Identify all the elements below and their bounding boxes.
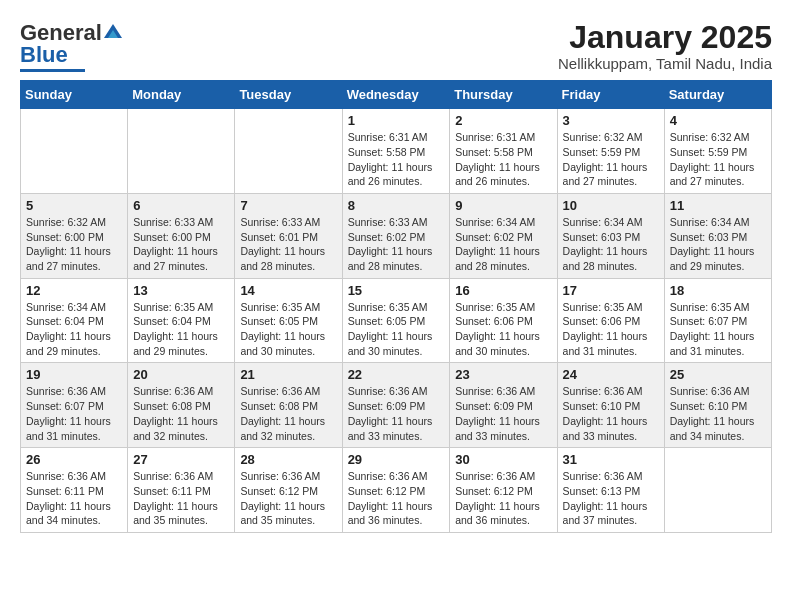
cell-info: Sunrise: 6:34 AM Sunset: 6:02 PM Dayligh… [455, 215, 551, 274]
calendar-cell: 17Sunrise: 6:35 AM Sunset: 6:06 PM Dayli… [557, 278, 664, 363]
weekday-header: Tuesday [235, 81, 342, 109]
calendar-cell: 7Sunrise: 6:33 AM Sunset: 6:01 PM Daylig… [235, 193, 342, 278]
cell-info: Sunrise: 6:36 AM Sunset: 6:13 PM Dayligh… [563, 469, 659, 528]
cell-info: Sunrise: 6:35 AM Sunset: 6:06 PM Dayligh… [455, 300, 551, 359]
day-number: 20 [133, 367, 229, 382]
cell-info: Sunrise: 6:35 AM Sunset: 6:04 PM Dayligh… [133, 300, 229, 359]
calendar-cell: 1Sunrise: 6:31 AM Sunset: 5:58 PM Daylig… [342, 109, 450, 194]
day-number: 28 [240, 452, 336, 467]
cell-info: Sunrise: 6:33 AM Sunset: 6:02 PM Dayligh… [348, 215, 445, 274]
weekday-header: Sunday [21, 81, 128, 109]
calendar-cell: 8Sunrise: 6:33 AM Sunset: 6:02 PM Daylig… [342, 193, 450, 278]
calendar-cell: 9Sunrise: 6:34 AM Sunset: 6:02 PM Daylig… [450, 193, 557, 278]
cell-info: Sunrise: 6:36 AM Sunset: 6:11 PM Dayligh… [26, 469, 122, 528]
cell-info: Sunrise: 6:31 AM Sunset: 5:58 PM Dayligh… [455, 130, 551, 189]
cell-info: Sunrise: 6:34 AM Sunset: 6:03 PM Dayligh… [670, 215, 766, 274]
weekday-header: Thursday [450, 81, 557, 109]
cell-info: Sunrise: 6:36 AM Sunset: 6:12 PM Dayligh… [455, 469, 551, 528]
calendar-cell: 14Sunrise: 6:35 AM Sunset: 6:05 PM Dayli… [235, 278, 342, 363]
cell-info: Sunrise: 6:36 AM Sunset: 6:11 PM Dayligh… [133, 469, 229, 528]
day-number: 18 [670, 283, 766, 298]
cell-info: Sunrise: 6:36 AM Sunset: 6:09 PM Dayligh… [348, 384, 445, 443]
cell-info: Sunrise: 6:35 AM Sunset: 6:06 PM Dayligh… [563, 300, 659, 359]
calendar-cell: 16Sunrise: 6:35 AM Sunset: 6:06 PM Dayli… [450, 278, 557, 363]
location: Nellikkuppam, Tamil Nadu, India [558, 55, 772, 72]
day-number: 31 [563, 452, 659, 467]
calendar-week-row: 26Sunrise: 6:36 AM Sunset: 6:11 PM Dayli… [21, 448, 772, 533]
day-number: 25 [670, 367, 766, 382]
calendar-cell: 31Sunrise: 6:36 AM Sunset: 6:13 PM Dayli… [557, 448, 664, 533]
calendar-cell: 15Sunrise: 6:35 AM Sunset: 6:05 PM Dayli… [342, 278, 450, 363]
cell-info: Sunrise: 6:35 AM Sunset: 6:05 PM Dayligh… [240, 300, 336, 359]
weekday-header: Friday [557, 81, 664, 109]
calendar-cell [21, 109, 128, 194]
weekday-header: Saturday [664, 81, 771, 109]
calendar-cell [128, 109, 235, 194]
calendar-cell: 4Sunrise: 6:32 AM Sunset: 5:59 PM Daylig… [664, 109, 771, 194]
calendar-cell: 3Sunrise: 6:32 AM Sunset: 5:59 PM Daylig… [557, 109, 664, 194]
day-number: 22 [348, 367, 445, 382]
day-number: 6 [133, 198, 229, 213]
calendar-cell: 20Sunrise: 6:36 AM Sunset: 6:08 PM Dayli… [128, 363, 235, 448]
page-header: General Blue January 2025 Nellikkuppam, … [20, 20, 772, 72]
cell-info: Sunrise: 6:33 AM Sunset: 6:01 PM Dayligh… [240, 215, 336, 274]
day-number: 12 [26, 283, 122, 298]
calendar-week-row: 19Sunrise: 6:36 AM Sunset: 6:07 PM Dayli… [21, 363, 772, 448]
title-block: January 2025 Nellikkuppam, Tamil Nadu, I… [558, 20, 772, 72]
logo-icon [104, 24, 122, 40]
cell-info: Sunrise: 6:36 AM Sunset: 6:07 PM Dayligh… [26, 384, 122, 443]
cell-info: Sunrise: 6:34 AM Sunset: 6:03 PM Dayligh… [563, 215, 659, 274]
day-number: 30 [455, 452, 551, 467]
calendar-cell: 10Sunrise: 6:34 AM Sunset: 6:03 PM Dayli… [557, 193, 664, 278]
day-number: 24 [563, 367, 659, 382]
weekday-header: Monday [128, 81, 235, 109]
day-number: 14 [240, 283, 336, 298]
day-number: 3 [563, 113, 659, 128]
cell-info: Sunrise: 6:36 AM Sunset: 6:09 PM Dayligh… [455, 384, 551, 443]
calendar-cell: 5Sunrise: 6:32 AM Sunset: 6:00 PM Daylig… [21, 193, 128, 278]
logo-underline [20, 69, 85, 72]
day-number: 27 [133, 452, 229, 467]
logo-blue: Blue [20, 42, 68, 67]
logo: General Blue [20, 20, 122, 72]
cell-info: Sunrise: 6:32 AM Sunset: 6:00 PM Dayligh… [26, 215, 122, 274]
day-number: 5 [26, 198, 122, 213]
calendar-cell [235, 109, 342, 194]
day-number: 13 [133, 283, 229, 298]
cell-info: Sunrise: 6:36 AM Sunset: 6:12 PM Dayligh… [240, 469, 336, 528]
day-number: 7 [240, 198, 336, 213]
calendar-cell: 11Sunrise: 6:34 AM Sunset: 6:03 PM Dayli… [664, 193, 771, 278]
day-number: 9 [455, 198, 551, 213]
day-number: 15 [348, 283, 445, 298]
day-number: 11 [670, 198, 766, 213]
calendar-cell: 29Sunrise: 6:36 AM Sunset: 6:12 PM Dayli… [342, 448, 450, 533]
day-number: 4 [670, 113, 766, 128]
cell-info: Sunrise: 6:32 AM Sunset: 5:59 PM Dayligh… [563, 130, 659, 189]
day-number: 2 [455, 113, 551, 128]
day-number: 19 [26, 367, 122, 382]
calendar-cell: 24Sunrise: 6:36 AM Sunset: 6:10 PM Dayli… [557, 363, 664, 448]
calendar-cell: 28Sunrise: 6:36 AM Sunset: 6:12 PM Dayli… [235, 448, 342, 533]
day-number: 10 [563, 198, 659, 213]
cell-info: Sunrise: 6:31 AM Sunset: 5:58 PM Dayligh… [348, 130, 445, 189]
month-title: January 2025 [558, 20, 772, 55]
cell-info: Sunrise: 6:36 AM Sunset: 6:08 PM Dayligh… [240, 384, 336, 443]
calendar-week-row: 5Sunrise: 6:32 AM Sunset: 6:00 PM Daylig… [21, 193, 772, 278]
calendar-cell: 21Sunrise: 6:36 AM Sunset: 6:08 PM Dayli… [235, 363, 342, 448]
cell-info: Sunrise: 6:32 AM Sunset: 5:59 PM Dayligh… [670, 130, 766, 189]
cell-info: Sunrise: 6:36 AM Sunset: 6:12 PM Dayligh… [348, 469, 445, 528]
weekday-header: Wednesday [342, 81, 450, 109]
calendar-cell: 6Sunrise: 6:33 AM Sunset: 6:00 PM Daylig… [128, 193, 235, 278]
calendar-cell: 27Sunrise: 6:36 AM Sunset: 6:11 PM Dayli… [128, 448, 235, 533]
day-number: 26 [26, 452, 122, 467]
calendar-cell: 26Sunrise: 6:36 AM Sunset: 6:11 PM Dayli… [21, 448, 128, 533]
weekday-header-row: SundayMondayTuesdayWednesdayThursdayFrid… [21, 81, 772, 109]
day-number: 16 [455, 283, 551, 298]
day-number: 21 [240, 367, 336, 382]
calendar-cell: 23Sunrise: 6:36 AM Sunset: 6:09 PM Dayli… [450, 363, 557, 448]
cell-info: Sunrise: 6:33 AM Sunset: 6:00 PM Dayligh… [133, 215, 229, 274]
calendar-cell: 25Sunrise: 6:36 AM Sunset: 6:10 PM Dayli… [664, 363, 771, 448]
calendar-cell: 19Sunrise: 6:36 AM Sunset: 6:07 PM Dayli… [21, 363, 128, 448]
calendar-week-row: 12Sunrise: 6:34 AM Sunset: 6:04 PM Dayli… [21, 278, 772, 363]
calendar-cell: 2Sunrise: 6:31 AM Sunset: 5:58 PM Daylig… [450, 109, 557, 194]
